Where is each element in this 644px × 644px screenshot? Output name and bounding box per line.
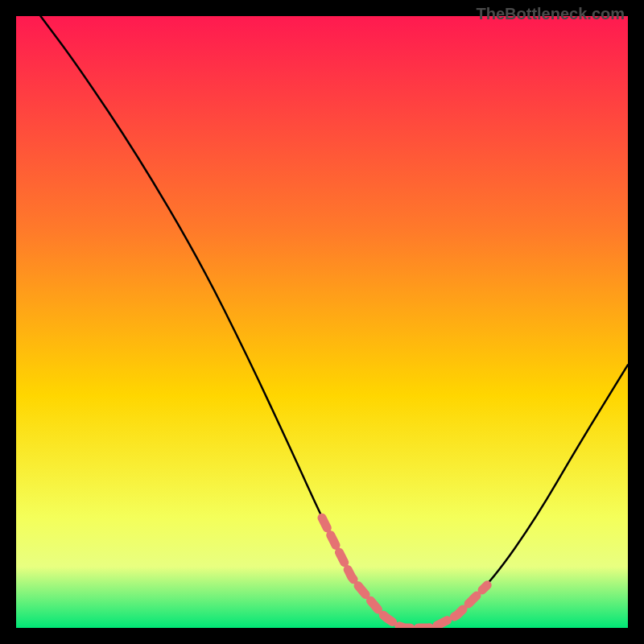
chart-frame [0, 0, 644, 644]
watermark-text: TheBottleneck.com [477, 5, 625, 23]
